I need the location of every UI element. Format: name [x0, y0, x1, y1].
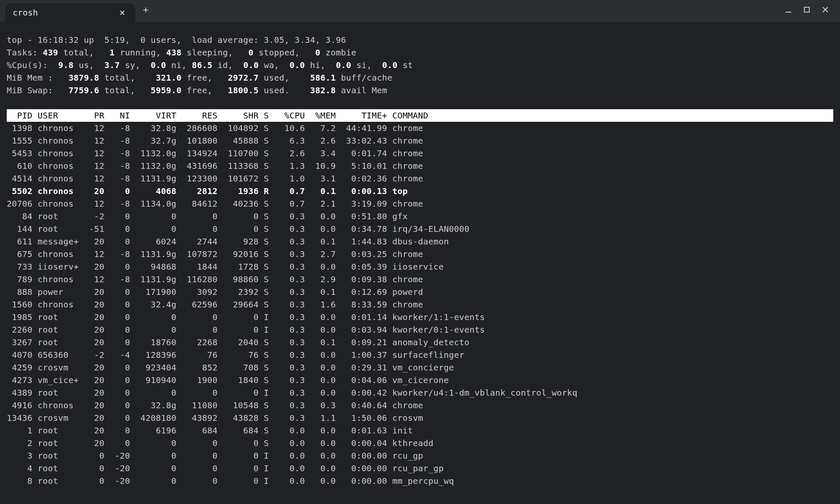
process-row[interactable]: 8 root 0 -20 0 0 0 I 0.0 0.0 0:00.00 mm_…: [7, 476, 454, 486]
summary-line-mem: MiB Mem : 3879.8 total, 321.0 free, 2972…: [7, 73, 392, 83]
new-tab-button[interactable]: ＋: [140, 4, 151, 15]
process-row[interactable]: 3 root 0 -20 0 0 0 I 0.0 0.0 0:00.00 rcu…: [7, 451, 423, 461]
process-row[interactable]: 610 chronos 12 -8 1132.0g 431696 113368 …: [7, 161, 423, 171]
process-table-header[interactable]: PID USER PR NI VIRT RES SHR S %CPU %MEM …: [7, 109, 833, 122]
titlebar: crosh ✕ ＋: [0, 0, 840, 22]
process-row[interactable]: 4273 vm_cice+ 20 0 910940 1900 1840 S 0.…: [7, 375, 449, 385]
process-row[interactable]: 4070 656360 -2 -4 128396 76 76 S 0.3 0.0…: [7, 350, 464, 360]
process-row[interactable]: 1560 chronos 20 0 32.4g 62596 29664 S 0.…: [7, 299, 423, 310]
process-row[interactable]: 5453 chronos 12 -8 1132.0g 134924 110700…: [7, 148, 423, 158]
tab-crosh[interactable]: crosh ✕: [5, 3, 135, 22]
process-row[interactable]: 611 message+ 20 0 6024 2744 928 S 0.3 0.…: [7, 236, 449, 247]
close-icon[interactable]: ✕: [117, 7, 128, 18]
minimize-icon[interactable]: [783, 4, 794, 15]
process-row[interactable]: 888 power 20 0 171900 3092 2392 S 0.3 0.…: [7, 287, 423, 297]
process-row[interactable]: 4916 chronos 20 0 32.8g 11080 10548 S 0.…: [7, 400, 423, 410]
maximize-icon[interactable]: [801, 4, 812, 15]
process-row[interactable]: 20706 chronos 12 -8 1134.0g 84612 40236 …: [7, 199, 423, 209]
process-row[interactable]: 2 root 20 0 0 0 0 S 0.0 0.0 0:00.04 kthr…: [7, 438, 433, 448]
process-row[interactable]: 3267 root 20 0 18760 2268 2040 S 0.3 0.1…: [7, 337, 470, 347]
terminal-window: crosh ✕ ＋ top - 16:18:32 up 5:19, 0 user…: [0, 0, 840, 504]
process-row[interactable]: 4389 root 20 0 0 0 0 I 0.3 0.0 0:00.42 k…: [7, 388, 578, 398]
terminal-output[interactable]: top - 16:18:32 up 5:19, 0 users, load av…: [0, 22, 840, 504]
process-row[interactable]: 1 root 20 0 6196 684 684 S 0.0 0.0 0:01.…: [7, 425, 413, 436]
window-controls: [783, 4, 831, 15]
summary-line-tasks: Tasks: 439 total, 1 running, 438 sleepin…: [7, 47, 356, 58]
summary-line-uptime: top - 16:18:32 up 5:19, 0 users, load av…: [7, 35, 346, 45]
process-row[interactable]: 1985 root 20 0 0 0 0 I 0.3 0.0 0:01.14 k…: [7, 312, 485, 322]
process-row[interactable]: 4 root 0 -20 0 0 0 I 0.0 0.0 0:00.00 rcu…: [7, 463, 444, 473]
svg-rect-1: [804, 7, 809, 12]
summary-line-swap: MiB Swap: 7759.6 total, 5959.0 free, 180…: [7, 85, 387, 95]
process-row[interactable]: 5502 chronos 20 0 4068 2812 1936 R 0.7 0…: [7, 186, 408, 196]
process-row[interactable]: 13436 crosvm 20 0 4208180 43892 43828 S …: [7, 413, 423, 423]
process-row[interactable]: 1398 chronos 12 -8 32.8g 286608 104892 S…: [7, 123, 423, 133]
process-row[interactable]: 4259 crosvm 20 0 923404 852 708 S 0.3 0.…: [7, 362, 454, 373]
process-row[interactable]: 789 chronos 12 -8 1131.9g 116280 98860 S…: [7, 274, 423, 284]
process-row[interactable]: 1555 chronos 12 -8 32.7g 101800 45888 S …: [7, 136, 423, 146]
process-row[interactable]: 675 chronos 12 -8 1131.9g 107872 92016 S…: [7, 249, 423, 259]
process-row[interactable]: 2260 root 20 0 0 0 0 I 0.3 0.0 0:03.94 k…: [7, 325, 485, 335]
summary-line-cpu: %Cpu(s): 9.8 us, 3.7 sy, 0.0 ni, 86.5 id…: [7, 60, 413, 70]
process-row[interactable]: 733 iioserv+ 20 0 94868 1844 1728 S 0.3 …: [7, 262, 444, 272]
tab-title: crosh: [13, 6, 38, 19]
close-window-icon[interactable]: [820, 4, 831, 15]
process-row[interactable]: 84 root -2 0 0 0 0 S 0.3 0.0 0:51.80 gfx: [7, 211, 408, 221]
process-row[interactable]: 4514 chronos 12 -8 1131.9g 123300 101672…: [7, 173, 423, 184]
process-row[interactable]: 144 root -51 0 0 0 0 S 0.3 0.0 0:34.78 i…: [7, 224, 470, 234]
